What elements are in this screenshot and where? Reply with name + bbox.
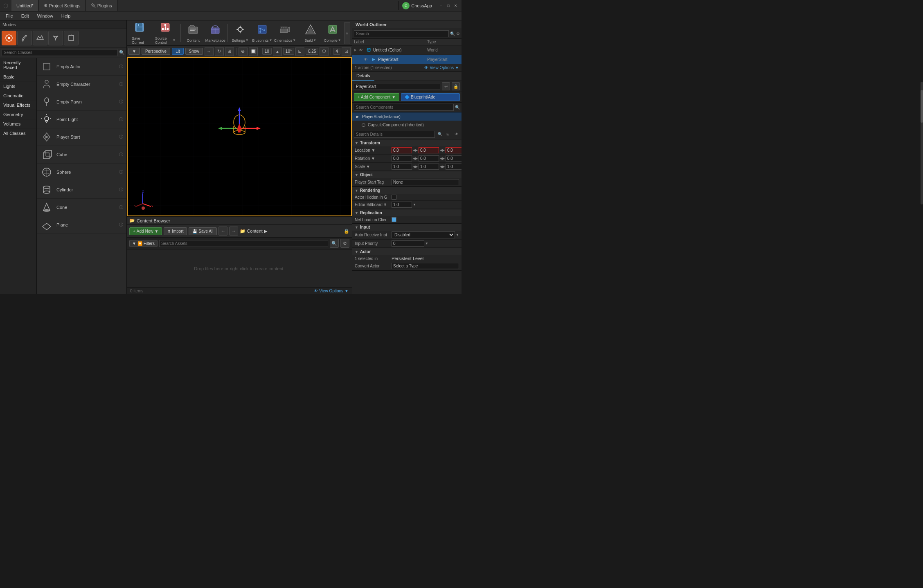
placement-player-start[interactable]: Player Start ⓘ [37,128,126,146]
auto-receive-select[interactable]: Disabled [392,231,455,238]
search-assets-button[interactable]: 🔍 [330,239,339,248]
viewport[interactable]: Z X Y [127,57,352,216]
mode-landscape[interactable] [33,31,47,45]
tab-plugins[interactable]: 🔌 Plugins [86,0,117,11]
search-components-input[interactable] [354,104,454,111]
save-current-button[interactable]: Save Current [128,22,151,44]
outliner-view-options[interactable]: 👁 View Options ▼ [424,65,459,70]
category-cinematic[interactable]: Cinematic [0,91,36,101]
add-new-button[interactable]: + Add New ▼ [129,227,162,235]
menu-file[interactable]: File [2,13,16,19]
component-capsule[interactable]: ◯ CapsuleComponent (Inherited) [352,121,462,129]
minimize-button[interactable]: − [438,2,444,9]
actor-name-input[interactable] [354,83,440,90]
outliner-search-input[interactable] [354,30,449,37]
details-reset-icon[interactable]: ↩ [442,82,450,90]
placement-cone[interactable]: Cone ⓘ [37,199,126,216]
import-button[interactable]: ⬆ Import [164,227,187,235]
mode-paint[interactable] [17,31,32,45]
maximize-btn[interactable]: ⊡ [342,47,351,56]
close-button[interactable]: ✕ [452,2,459,9]
tab-details[interactable]: Details [352,72,374,81]
actor-header[interactable]: ▼ Actor [352,248,462,255]
comp-search-icon[interactable]: 🔍 [455,105,460,110]
snap-icon-btn[interactable]: ▲ [273,47,282,56]
scale-y-input[interactable] [419,164,439,170]
rot-icon-btn[interactable]: ⊾ [295,47,304,56]
category-basic[interactable]: Basic [0,72,36,82]
sx-stepper[interactable]: ◀▶ [413,165,418,168]
player-start-tag-input[interactable] [392,179,459,185]
content-button[interactable]: Content [182,22,204,44]
scale-snap-btn[interactable]: ⬡ [320,47,329,56]
rotate-icon-btn[interactable]: ↻ [215,47,224,56]
priority-stepper[interactable]: ▼ [425,242,428,245]
placement-empty-actor[interactable]: Empty Actor ⓘ [37,58,126,76]
content-browser-settings[interactable]: ⚙ [340,239,349,248]
editor-billboard-input[interactable] [392,202,412,208]
location-z-input[interactable] [446,147,462,153]
placement-cylinder[interactable]: Cylinder ⓘ [37,181,126,199]
content-browser-drop-zone[interactable]: Drop files here or right click to create… [127,249,352,287]
settings-button[interactable]: Settings ▼ [230,22,251,44]
perspective-button[interactable]: Perspective [142,48,170,55]
category-visual-effects[interactable]: Visual Effects [0,101,36,110]
marketplace-button[interactable]: Marketplace [205,22,226,44]
blueprint-button[interactable]: 🔷 Blueprint/Adc [401,93,460,101]
nav-forward-button[interactable]: → [229,227,238,236]
input-header[interactable]: ▼ Input [352,224,462,231]
search-classes-input[interactable] [2,49,117,56]
mode-geometry[interactable] [64,31,79,45]
outliner-settings-icon[interactable]: ⚙ [456,31,460,36]
placement-cube[interactable]: Cube ⓘ [37,146,126,164]
outliner-item-playerstart[interactable]: 👁 ▶ PlayerStart PlayerStart [352,55,462,64]
category-lights[interactable]: Lights [0,82,36,91]
grid-icon[interactable]: ⊞ [444,130,452,138]
convert-actor-input[interactable] [392,263,459,269]
outliner-search-icon[interactable]: 🔍 [450,31,455,36]
rotation-x-input[interactable] [392,155,412,162]
location-y-input[interactable] [419,147,439,153]
category-all-classes[interactable]: All Classes [0,129,36,138]
eye-icon[interactable]: 👁 [364,57,370,62]
net-load-checkbox[interactable] [392,217,396,222]
tab-project-settings[interactable]: ⚙ Project Settings [39,0,86,11]
transform-header[interactable]: ▼ Transform [352,139,462,146]
save-all-button[interactable]: 💾 Save All [189,227,217,235]
tab-untitled[interactable]: Untitled* [11,0,39,11]
menu-window[interactable]: Window [34,13,56,19]
sy-stepper[interactable]: ◀▶ [440,165,445,168]
source-control-button[interactable]: Source Control ▼ [152,22,179,44]
toolbar-more-button[interactable]: » [344,22,350,44]
rendering-header[interactable]: ▼ Rendering [352,187,462,194]
camera-icon-btn[interactable]: 🔲 [249,47,258,56]
rx-stepper[interactable]: ◀▶ [413,157,418,160]
object-header[interactable]: ▼ Object [352,171,462,178]
content-browser-lock[interactable]: 🔒 [344,229,349,234]
maximize-button[interactable]: □ [445,2,452,9]
placement-sphere[interactable]: Sphere ⓘ [37,164,126,181]
nav-back-button[interactable]: ← [218,227,227,236]
location-x-input[interactable] [392,147,412,153]
y-stepper[interactable]: ◀▶ [440,148,445,152]
content-view-options[interactable]: 👁 View Options ▼ [314,289,349,293]
menu-edit[interactable]: Edit [18,13,32,19]
scale-x-input[interactable] [392,164,412,170]
ry-stepper[interactable]: ◀▶ [440,157,445,160]
rotation-y-input[interactable] [419,155,439,162]
path-content[interactable]: 📁 Content ▶ [240,229,267,234]
search-assets-input[interactable] [159,240,328,247]
actor-hidden-checkbox[interactable] [392,195,396,200]
add-component-button[interactable]: + Add Component ▼ [354,93,399,101]
details-lock-icon[interactable]: 🔒 [452,82,460,90]
billboard-stepper[interactable]: ▼ [413,203,416,206]
mode-place[interactable] [2,31,16,45]
category-geometry[interactable]: Geometry [0,110,36,119]
translate-icon-btn[interactable]: ↔ [205,47,214,56]
search-icon[interactable]: 🔍 [436,130,443,138]
compile-button[interactable]: Compile ▼ [322,22,343,44]
blueprints-button[interactable]: Blueprints ▼ [252,22,273,44]
show-button[interactable]: Show [185,48,203,55]
cinematics-button[interactable]: Cinematics ▼ [274,22,296,44]
scale-icon-btn[interactable]: ⊞ [225,47,234,56]
